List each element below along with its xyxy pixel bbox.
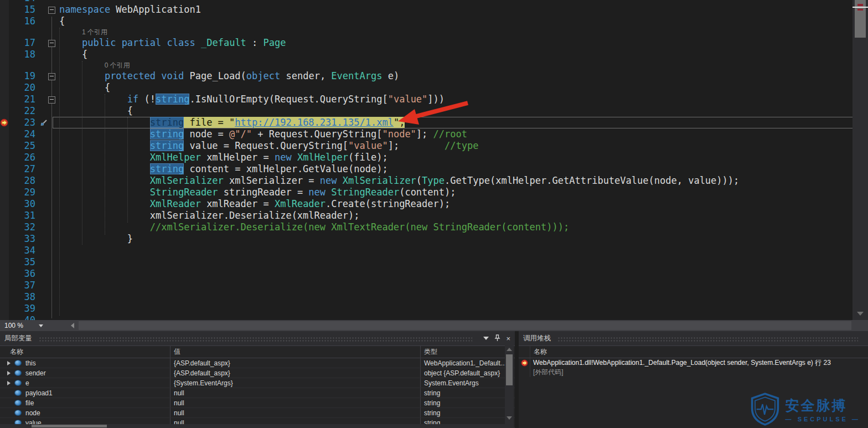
variable-row[interactable]: payload1nullstring (0, 388, 515, 398)
zoom-dropdown[interactable]: 100 % (0, 320, 65, 331)
fold-marker-icon[interactable] (48, 40, 55, 47)
locals-vertical-scrollbar[interactable] (505, 346, 514, 428)
pin-icon[interactable] (494, 334, 500, 343)
code-line[interactable]: 21 if (!string.IsNullOrEmpty(Request.Que… (0, 94, 852, 105)
code-line[interactable]: 24 string node = @"/" + Request.QueryStr… (0, 128, 852, 140)
close-icon[interactable]: × (506, 335, 510, 342)
code-line[interactable]: 27 string content = xmlHelper.GetValue(n… (0, 163, 852, 175)
code-line[interactable]: 15namespace WebApplication1 (0, 4, 852, 16)
callstack-title-bar[interactable]: 调用堆栈 (519, 331, 868, 346)
variable-value[interactable]: null (170, 408, 421, 417)
variable-value[interactable]: null (170, 398, 421, 408)
variable-value[interactable]: null (170, 388, 421, 398)
code-line[interactable]: 28 XmlSerializer xmlSerializer = new Xml… (0, 175, 852, 187)
code-editor[interactable]: 1415namespace WebApplication116{1 个引用17 … (0, 0, 868, 320)
variable-row[interactable]: filenullstring (0, 398, 515, 408)
code-line[interactable]: 20 { (0, 82, 852, 94)
code-line[interactable]: 17 public partial class _Default : Page (0, 37, 852, 49)
variable-icon (15, 390, 21, 395)
column-header-type[interactable]: 类型 (421, 346, 515, 358)
line-number: 35 (0, 256, 35, 268)
scrollbar-left-arrow[interactable] (71, 323, 74, 328)
expand-icon[interactable] (7, 381, 11, 385)
scrollbar-down-arrow[interactable] (857, 312, 864, 316)
code-line[interactable]: 22 { (0, 105, 852, 117)
line-number: 25 (0, 140, 35, 152)
editor-vertical-scrollbar[interactable] (852, 0, 868, 320)
codelens-references[interactable]: 1 个引用 (82, 27, 107, 37)
chevron-down-icon[interactable] (483, 337, 489, 340)
codelens-references[interactable]: 0 个引用 (105, 60, 130, 70)
code-line[interactable]: 16{ (0, 16, 852, 27)
fold-marker-icon[interactable] (48, 73, 55, 80)
code-text: XmlReader xmlReader = XmlReader.Create(s… (59, 198, 450, 210)
locals-title-bar[interactable]: 局部变量 × (0, 331, 515, 346)
line-number: 17 (0, 37, 35, 49)
variable-name: payload1 (25, 389, 53, 397)
line-number: 16 (0, 16, 35, 27)
code-line[interactable]: 39 (0, 303, 852, 314)
code-line[interactable]: 34 (0, 245, 852, 256)
line-number: 36 (0, 268, 35, 280)
column-header-value[interactable]: 值 (170, 346, 421, 358)
code-line[interactable]: 23 string file = "http://192.168.231.135… (0, 117, 852, 128)
code-text: { (59, 82, 110, 94)
code-text: string node = @"/" + Request.QueryString… (59, 128, 467, 140)
variable-value[interactable]: {System.EventArgs} (170, 378, 421, 388)
code-line[interactable]: 31 xmlSerializer.Deserialize(xmlReader); (0, 210, 852, 221)
expand-icon[interactable] (7, 371, 11, 375)
code-text: StringReader stringReader = new StringRe… (59, 187, 456, 198)
line-number: 30 (0, 198, 35, 210)
line-number: 40 (0, 314, 35, 320)
callstack-panel: 调用堆栈 名称 WebApplication1.dll!WebApplicati… (519, 331, 868, 428)
code-line[interactable]: 18 { (0, 49, 852, 60)
code-line[interactable]: 40 (0, 314, 852, 320)
code-line[interactable]: 19 protected void Page_Load(object sende… (0, 70, 852, 82)
scrollbar-up-arrow[interactable] (507, 348, 512, 351)
variable-type: WebApplication1._Default... (421, 358, 515, 368)
code-line[interactable]: 26 XmlHelper xmlHelper = new XmlHelper(f… (0, 152, 852, 163)
column-header-name[interactable]: 名称 (0, 346, 170, 358)
code-line[interactable]: 32 //xmlSerializer.Deserialize(new XmlTe… (0, 221, 852, 233)
code-line[interactable]: 25 string value = Request.QueryString["v… (0, 140, 852, 152)
code-line[interactable]: 33 } (0, 233, 852, 245)
variable-value[interactable]: {ASP.default_aspx} (170, 368, 421, 378)
variable-row[interactable]: this{ASP.default_aspx}WebApplication1._D… (0, 358, 515, 368)
line-number: 19 (0, 70, 35, 82)
variable-icon (15, 370, 21, 375)
code-line[interactable]: 29 StringReader stringReader = new Strin… (0, 187, 852, 198)
variable-value[interactable]: {ASP.default_aspx} (170, 358, 421, 368)
line-number: 21 (0, 94, 35, 105)
code-line[interactable]: 38 (0, 291, 852, 303)
stack-frame-row[interactable]: WebApplication1.dll!WebApplication1._Def… (519, 358, 868, 368)
code-line[interactable]: 37 (0, 280, 852, 291)
watermark-logo: 安全脉搏 — SECPULSE — (750, 393, 860, 426)
locals-horizontal-scrollbar[interactable] (0, 424, 505, 428)
code-line[interactable]: 36 (0, 268, 852, 280)
variable-row[interactable]: nodenullstring (0, 408, 515, 418)
line-number: 20 (0, 82, 35, 94)
line-number: 32 (0, 221, 35, 233)
column-header-name[interactable]: 名称 (530, 347, 547, 357)
breakpoint-current-line-icon[interactable] (0, 118, 8, 130)
line-number: 18 (0, 49, 35, 60)
variable-row[interactable]: e{System.EventArgs}System.EventArgs (0, 378, 515, 388)
code-text: string file = "http://192.168.231.135/1.… (59, 117, 405, 128)
scrollbar-thumb[interactable] (506, 354, 513, 385)
scrollbar-down-arrow[interactable] (507, 416, 512, 420)
code-line[interactable]: 14 (0, 0, 852, 4)
line-number: 39 (0, 303, 35, 314)
stack-frame-row[interactable]: [外部代码] (519, 368, 868, 377)
variable-icon (15, 400, 21, 405)
scrollbar-breakpoint-marker (857, 4, 863, 6)
zoom-level: 100 % (0, 322, 23, 329)
shield-icon (750, 393, 780, 426)
horizontal-scrollbar-thumb[interactable] (79, 321, 851, 330)
variable-row[interactable]: sender{ASP.default_aspx}object {ASP.defa… (0, 368, 515, 378)
code-line[interactable]: 30 XmlReader xmlReader = XmlReader.Creat… (0, 198, 852, 210)
fold-marker-icon[interactable] (48, 96, 55, 104)
code-line[interactable]: 35 (0, 256, 852, 268)
fold-marker-icon[interactable] (48, 7, 55, 14)
expand-icon[interactable] (7, 361, 11, 365)
scrollbar-thumb[interactable] (32, 425, 107, 427)
